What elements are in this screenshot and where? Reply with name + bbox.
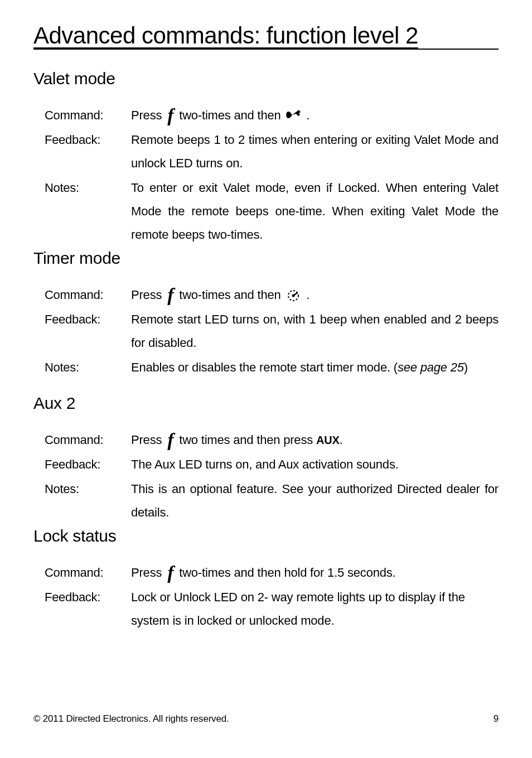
label-notes: Notes:: [45, 176, 131, 200]
row-notes: Notes: This is an optional feature. See …: [33, 477, 499, 524]
row-feedback: Feedback: Remote start LED turns on, wit…: [33, 308, 499, 355]
heading-timer-mode: Timer mode: [33, 249, 499, 268]
heading-valet-mode: Valet mode: [33, 69, 499, 88]
row-feedback: Feedback: Lock or Unlock LED on 2- way r…: [33, 586, 499, 633]
row-command: Command: Press f two times and then pres…: [33, 428, 499, 452]
value-notes: This is an optional feature. See your au…: [131, 477, 499, 524]
aux-label: AUX: [316, 434, 340, 446]
text-press: Press: [131, 108, 162, 122]
notes-italic: see page 25: [398, 360, 464, 374]
section-valet-mode: Valet mode Command: Press f two-times an…: [33, 69, 499, 247]
period: .: [340, 433, 343, 447]
value-feedback: The Aux LED turns on, and Aux activation…: [131, 453, 499, 476]
value-notes: Enables or disables the remote start tim…: [131, 356, 499, 379]
section-aux-2: Aux 2 Command: Press f two times and the…: [33, 394, 499, 524]
label-command: Command:: [45, 428, 131, 452]
f-icon: f: [165, 428, 176, 452]
notes-prefix: Enables or disables the remote start tim…: [131, 360, 398, 374]
value-feedback: Lock or Unlock LED on 2- way remote ligh…: [131, 586, 499, 633]
footer-page-number: 9: [494, 713, 499, 725]
label-feedback: Feedback:: [45, 128, 131, 152]
value-command: Press f two times and then press AUX.: [131, 428, 499, 452]
notes-suffix: ): [464, 360, 468, 374]
value-command: Press f two-times and then hold for 1.5 …: [131, 561, 499, 585]
text-press: Press: [131, 433, 162, 447]
label-notes: Notes:: [45, 356, 131, 379]
text-tail: two-times and then hold for 1.5 seconds.: [179, 566, 395, 580]
row-feedback: Feedback: Remote beeps 1 to 2 times when…: [33, 128, 499, 175]
text-tail: .: [306, 288, 309, 302]
key-icon: [284, 107, 303, 123]
row-notes: Notes: To enter or exit Valet mode, even…: [33, 176, 499, 247]
row-command: Command: Press f two-times and then .: [33, 104, 499, 127]
label-feedback: Feedback:: [45, 586, 131, 609]
section-timer-mode: Timer mode Command: Press f two-times an…: [33, 249, 499, 379]
page-title: Advanced commands: function level 2: [33, 22, 418, 49]
page-title-block: Advanced commands: function level 2: [33, 22, 499, 50]
value-command: Press f two-times and then .: [131, 104, 499, 127]
f-icon: f: [165, 561, 176, 585]
label-command: Command:: [45, 283, 131, 307]
text-mid: two-times and then: [179, 108, 280, 122]
label-command: Command:: [45, 561, 131, 585]
value-feedback: Remote beeps 1 to 2 times when entering …: [131, 128, 499, 175]
text-mid: two-times and then: [179, 288, 280, 302]
text-press: Press: [131, 566, 162, 580]
text-press: Press: [131, 288, 162, 302]
label-feedback: Feedback:: [45, 453, 131, 476]
row-notes: Notes: Enables or disables the remote st…: [33, 356, 499, 379]
value-command: Press f two-times and then .: [131, 283, 499, 307]
heading-aux-2: Aux 2: [33, 394, 499, 413]
footer-copyright: © 2011 Directed Electronics. All rights …: [33, 713, 229, 725]
text-mid: two times and then press: [179, 433, 313, 447]
label-command: Command:: [45, 104, 131, 127]
row-command: Command: Press f two-times and then hold…: [33, 561, 499, 585]
text-tail: .: [306, 108, 309, 122]
row-command: Command: Press f two-times and then .: [33, 283, 499, 307]
footer: © 2011 Directed Electronics. All rights …: [33, 713, 499, 725]
f-icon: f: [165, 104, 176, 127]
title-rule: [33, 49, 499, 50]
f-icon: f: [165, 283, 176, 307]
label-feedback: Feedback:: [45, 308, 131, 331]
value-notes: To enter or exit Valet mode, even if Loc…: [131, 176, 499, 247]
value-feedback: Remote start LED turns on, with 1 beep w…: [131, 308, 499, 355]
row-feedback: Feedback: The Aux LED turns on, and Aux …: [33, 453, 499, 476]
section-lock-status: Lock status Command: Press f two-times a…: [33, 527, 499, 633]
label-notes: Notes:: [45, 477, 131, 501]
heading-lock-status: Lock status: [33, 527, 499, 545]
timer-icon: [284, 287, 303, 302]
